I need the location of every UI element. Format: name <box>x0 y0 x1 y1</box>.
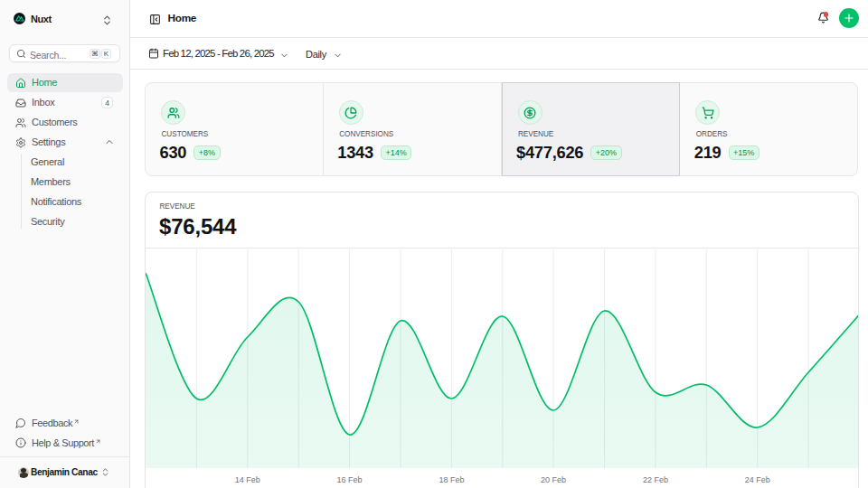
svg-text:16 Feb: 16 Feb <box>337 475 363 484</box>
svg-text:22 Feb: 22 Feb <box>643 475 668 484</box>
svg-text:18 Feb: 18 Feb <box>439 475 464 484</box>
svg-text:14 Feb: 14 Feb <box>235 475 260 484</box>
svg-text:20 Feb: 20 Feb <box>541 475 566 484</box>
svg-text:24 Feb: 24 Feb <box>745 475 770 484</box>
